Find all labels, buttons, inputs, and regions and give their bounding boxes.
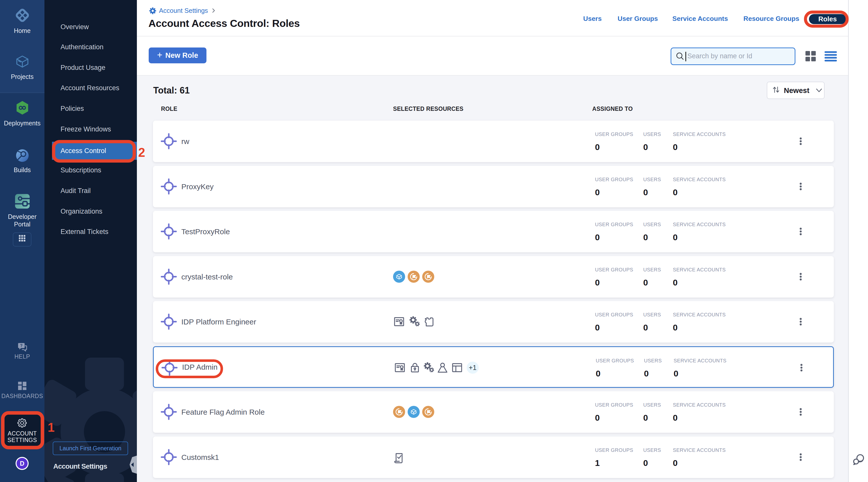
svg-text:?: ? [20, 343, 23, 348]
